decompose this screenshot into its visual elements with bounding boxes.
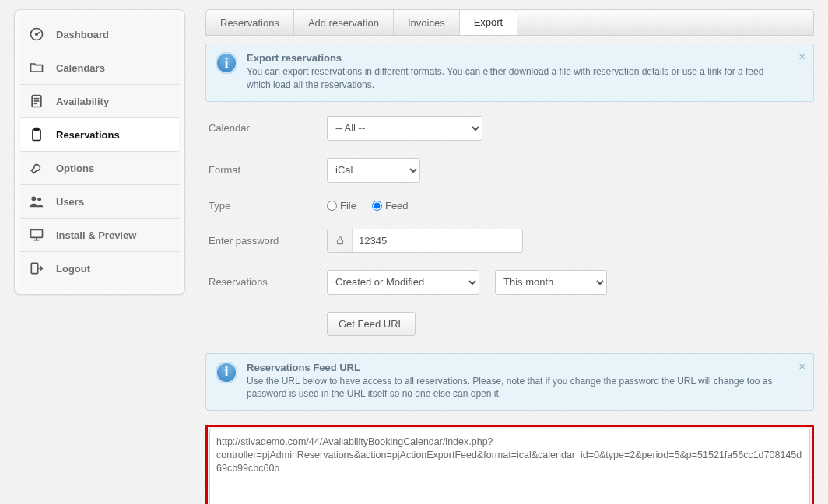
calendar-select[interactable]: -- All -- <box>327 116 482 141</box>
info-text: Reservations Feed URL Use the URL below … <box>247 362 788 401</box>
tab-export[interactable]: Export <box>460 10 518 35</box>
sidebar-item-calendars[interactable]: Calendars <box>20 51 179 85</box>
users-icon <box>28 193 45 210</box>
tabs: Reservations Add reservation Invoices Ex… <box>205 9 814 36</box>
info-text: Export reservations You can export reser… <box>247 52 788 92</box>
info-feed-url: i Reservations Feed URL Use the URL belo… <box>205 353 814 411</box>
folder-icon <box>28 59 45 76</box>
feed-url-textarea[interactable]: http://stivademo.com/44/AvailabilityBook… <box>209 429 810 504</box>
tab-add-reservation[interactable]: Add reservation <box>294 10 394 35</box>
password-input[interactable] <box>353 229 522 252</box>
sidebar-item-reservations[interactable]: Reservations <box>20 118 179 152</box>
wrench-icon <box>28 159 45 177</box>
tab-label: Export <box>474 16 503 28</box>
password-wrapper <box>327 229 523 253</box>
tab-label: Invoices <box>408 17 445 29</box>
type-radio-file-input[interactable] <box>327 201 337 211</box>
sidebar-item-logout[interactable]: Logout <box>20 252 179 285</box>
tab-label: Reservations <box>220 17 279 29</box>
info-icon: i <box>216 362 237 383</box>
sidebar-item-label: Dashboard <box>56 29 109 40</box>
sidebar-item-dashboard[interactable]: Dashboard <box>20 18 179 51</box>
sidebar-item-label: Reservations <box>56 129 120 141</box>
document-icon <box>28 93 45 110</box>
format-select[interactable]: iCal <box>327 158 420 183</box>
info-export: i Export reservations You can export res… <box>205 44 814 102</box>
svg-rect-10 <box>31 229 43 237</box>
main-content: Reservations Add reservation Invoices Ex… <box>205 9 814 495</box>
gauge-icon <box>28 26 45 43</box>
sidebar-item-label: Options <box>56 163 94 174</box>
svg-point-9 <box>37 198 41 201</box>
svg-point-1 <box>36 33 38 36</box>
close-icon[interactable]: × <box>798 360 805 372</box>
svg-point-8 <box>31 196 36 201</box>
tab-label: Add reservation <box>308 17 379 29</box>
sidebar-item-availability[interactable]: Availability <box>20 85 179 118</box>
info-icon: i <box>216 52 237 74</box>
row-reservations: Reservations Created or Modified This mo… <box>209 270 811 295</box>
info-title: Export reservations <box>247 52 788 64</box>
info-body: You can export reservations in different… <box>247 65 788 92</box>
reservations-criteria-select[interactable]: Created or Modified <box>327 270 479 295</box>
logout-icon <box>28 260 45 277</box>
reservations-label: Reservations <box>209 276 327 288</box>
format-label: Format <box>209 164 327 176</box>
radio-label: Feed <box>385 200 409 212</box>
svg-rect-13 <box>31 263 37 273</box>
export-form: Calendar -- All -- Format iCal Type File <box>205 116 814 336</box>
svg-rect-7 <box>35 128 39 131</box>
password-label: Enter password <box>209 235 327 247</box>
row-submit: Get Feed URL <box>209 312 811 336</box>
clipboard-icon <box>28 126 45 143</box>
info-title: Reservations Feed URL <box>247 362 788 373</box>
radio-label: File <box>340 200 356 212</box>
type-radio-file[interactable]: File <box>327 200 356 212</box>
monitor-icon <box>28 226 45 243</box>
tab-reservations[interactable]: Reservations <box>206 10 294 35</box>
row-password: Enter password <box>209 229 811 253</box>
sidebar-item-label: Logout <box>56 263 90 275</box>
type-radio-feed[interactable]: Feed <box>372 200 409 212</box>
get-feed-url-button[interactable]: Get Feed URL <box>327 312 416 336</box>
close-icon[interactable]: × <box>798 51 805 62</box>
sidebar-item-users[interactable]: Users <box>20 185 179 219</box>
feed-url-highlight-frame: http://stivademo.com/44/AvailabilityBook… <box>205 425 814 504</box>
sidebar-item-label: Calendars <box>56 62 105 74</box>
tab-invoices[interactable]: Invoices <box>394 10 460 35</box>
sidebar-item-options[interactable]: Options <box>20 152 179 185</box>
sidebar-item-label: Availability <box>56 96 109 107</box>
row-format: Format iCal <box>209 158 811 183</box>
svg-rect-14 <box>337 240 342 244</box>
info-body: Use the URL below to have access to all … <box>247 375 788 401</box>
lock-icon <box>328 229 353 252</box>
sidebar-item-install-preview[interactable]: Install & Preview <box>20 219 179 252</box>
sidebar: Dashboard Calendars Availability Reserva… <box>14 9 185 295</box>
row-type: Type File Feed <box>209 200 811 212</box>
type-label: Type <box>209 200 327 212</box>
calendar-label: Calendar <box>209 122 327 134</box>
row-calendar: Calendar -- All -- <box>209 116 811 141</box>
sidebar-item-label: Install & Preview <box>56 229 136 241</box>
type-radio-feed-input[interactable] <box>372 201 382 211</box>
sidebar-item-label: Users <box>56 196 84 208</box>
reservations-period-select[interactable]: This month <box>495 270 607 295</box>
